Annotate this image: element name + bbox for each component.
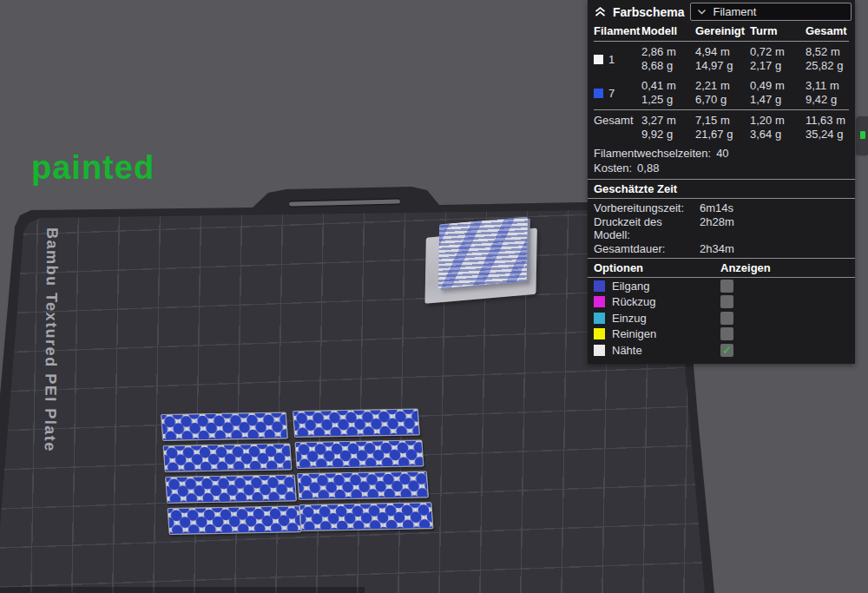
checkbox-einzug[interactable]: ✓ bbox=[720, 312, 733, 325]
filament-row-7: 7 0,41 m1,25 g 2,21 m6,70 g 0,49 m1,47 g… bbox=[594, 76, 849, 109]
panel-header: Farbschema Filament bbox=[588, 0, 855, 23]
tag-strip bbox=[168, 505, 302, 535]
filament-number: 7 bbox=[608, 87, 615, 100]
cell-gereinigt: 7,15 m21,67 g bbox=[695, 114, 750, 142]
anzeigen-column-title: Anzeigen bbox=[720, 261, 849, 274]
model-striped-block[interactable] bbox=[422, 217, 548, 308]
options-header: Optionen Anzeigen bbox=[588, 258, 855, 278]
option-color-swatch bbox=[594, 345, 605, 356]
model-tag-group-left[interactable] bbox=[161, 412, 302, 535]
option-label: Einzug bbox=[612, 312, 647, 325]
filament-color-swatch bbox=[594, 89, 603, 98]
panel-title: Farbschema bbox=[613, 5, 684, 19]
model-tag-group-right[interactable] bbox=[293, 408, 434, 531]
table-header-row: Filament Modell Gereinigt Turm Gesamt bbox=[594, 23, 849, 42]
option-label: Reinigen bbox=[612, 327, 656, 340]
farbschema-panel: Farbschema Filament Filament Modell Gere… bbox=[588, 0, 855, 364]
cell-modell: 3,27 m9,92 g bbox=[641, 114, 695, 142]
checkbox-eilgang[interactable]: ✓ bbox=[720, 280, 733, 293]
option-color-swatch bbox=[594, 328, 605, 339]
filament-changes-stat: Filamentwechselzeiten:40 bbox=[594, 146, 849, 161]
col-header-gereinigt: Gereinigt bbox=[695, 24, 750, 37]
filament-table: Filament Modell Gereinigt Turm Gesamt 1 … bbox=[588, 23, 855, 144]
options-title: Optionen bbox=[594, 261, 720, 274]
checkmark-icon: ✓ bbox=[722, 345, 732, 356]
cell-turm: 0,49 m1,47 g bbox=[750, 79, 806, 107]
cell-turm: 0,72 m2,17 g bbox=[750, 45, 806, 73]
tag-strip bbox=[163, 443, 293, 472]
option-label: Eilgang bbox=[612, 280, 649, 293]
view-mode-dropdown[interactable]: Filament bbox=[690, 3, 852, 21]
estimated-time-header: Geschätzte Zeit bbox=[588, 179, 855, 199]
tag-strip bbox=[297, 471, 429, 500]
option-label: Nähte bbox=[612, 344, 642, 357]
col-header-modell: Modell bbox=[641, 24, 695, 37]
total-duration-row: Gesamtdauer: 2h34m bbox=[588, 242, 855, 256]
prep-time-row: Vorbereitungszeit: 6m14s bbox=[588, 201, 855, 215]
tag-strip bbox=[299, 502, 434, 531]
cell-modell: 2,86 m8,68 g bbox=[641, 45, 695, 73]
cell-gereinigt: 2,21 m6,70 g bbox=[695, 79, 750, 107]
cost-stat: Kosten:0,88 bbox=[594, 161, 849, 175]
stats-block: Filamentwechselzeiten:40 Kosten:0,88 bbox=[588, 144, 855, 175]
cell-turm: 1,20 m3,64 g bbox=[750, 114, 806, 142]
option-row-naehte: Nähte ✓ bbox=[588, 342, 855, 359]
col-header-turm: Turm bbox=[750, 24, 806, 37]
cell-gesamt: 8,52 m25,82 g bbox=[806, 45, 849, 73]
col-header-gesamt: Gesamt bbox=[806, 24, 849, 37]
checkbox-reinigen[interactable]: ✓ bbox=[720, 327, 733, 340]
option-row-eilgang: Eilgang ✓ bbox=[588, 278, 855, 294]
cell-gesamt: 11,63 m35,24 g bbox=[806, 114, 849, 142]
option-color-swatch bbox=[594, 313, 605, 324]
painted-watermark: painted bbox=[31, 149, 155, 187]
collapse-icon[interactable] bbox=[594, 6, 607, 17]
chevron-down-icon bbox=[697, 9, 707, 15]
total-row: Gesamt 3,27 m9,92 g 7,15 m21,67 g 1,20 m… bbox=[594, 109, 849, 144]
tag-strip bbox=[293, 408, 420, 438]
tag-strip bbox=[165, 474, 297, 504]
tag-strip bbox=[295, 439, 424, 469]
option-row-reinigen: Reinigen ✓ bbox=[588, 326, 855, 343]
plate-brand-label: Bambu Textured PEI Plate bbox=[41, 227, 62, 452]
cell-modell: 0,41 m1,25 g bbox=[641, 79, 695, 107]
checkbox-naehte[interactable]: ✓ bbox=[720, 344, 733, 357]
option-row-einzug: Einzug ✓ bbox=[588, 310, 855, 326]
filament-number: 1 bbox=[608, 53, 615, 66]
dropdown-value: Filament bbox=[713, 5, 756, 18]
checkbox-rueckzug[interactable]: ✓ bbox=[720, 295, 733, 308]
total-label: Gesamt bbox=[594, 114, 641, 142]
green-indicator bbox=[860, 131, 865, 139]
model-print-time-row: Druckzeit des Modell: 2h28m bbox=[588, 215, 855, 242]
time-rows: Vorbereitungszeit: 6m14s Druckzeit des M… bbox=[588, 199, 855, 256]
option-row-rueckzug: Rückzug ✓ bbox=[588, 294, 855, 311]
cell-gesamt: 3,11 m9,42 g bbox=[806, 79, 849, 107]
tag-strip bbox=[161, 412, 288, 441]
model-striped-top bbox=[438, 217, 528, 289]
option-color-swatch bbox=[594, 296, 605, 307]
cell-gereinigt: 4,94 m14,97 g bbox=[695, 45, 750, 73]
filament-color-swatch bbox=[594, 55, 603, 64]
option-label: Rückzug bbox=[612, 295, 656, 308]
option-color-swatch bbox=[594, 280, 605, 292]
clipped-filament-chip[interactable] bbox=[857, 116, 868, 155]
col-header-filament: Filament bbox=[594, 24, 641, 37]
filament-row-1: 1 2,86 m8,68 g 4,94 m14,97 g 0,72 m2,17 … bbox=[594, 42, 849, 76]
